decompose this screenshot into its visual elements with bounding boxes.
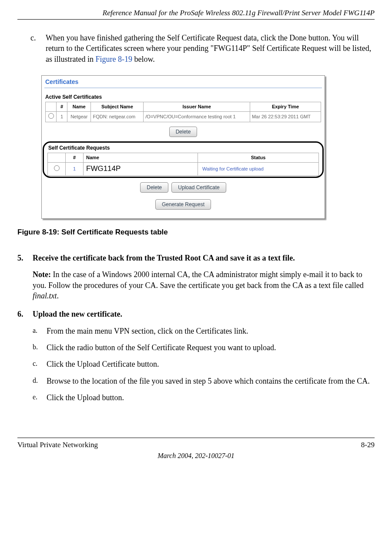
footer-right: 8-29 <box>361 441 375 449</box>
row-issuer: /O=VPNC/OU=Conformance testing root 1 <box>144 111 250 122</box>
sub-marker-b: b. <box>33 342 47 353</box>
sub-text-c: Click the Upload Certificate button. <box>47 359 159 369</box>
cert-radio[interactable] <box>48 113 54 119</box>
active-self-cert-label: Active Self Certificates <box>42 91 325 102</box>
generate-request-button[interactable]: Generate Request <box>155 199 211 210</box>
active-cert-table: # Name Subject Name Issuer Name Expiry T… <box>45 102 321 122</box>
page-footer: Virtual Private Networking 8-29 <box>17 438 375 449</box>
step-6-num: 6. <box>17 309 33 319</box>
list-content: When you have finished gathering the Sel… <box>46 33 375 64</box>
sub-marker-a: a. <box>33 326 47 336</box>
req-radio-cell[interactable] <box>48 162 66 175</box>
text-before-link: When you have finished gathering the Sel… <box>46 33 371 64</box>
req-header-radio <box>48 153 66 163</box>
certificates-screenshot: Certificates Active Self Certificates # … <box>41 75 325 219</box>
upload-certificate-button[interactable]: Upload Certificate <box>171 182 226 193</box>
step-6b: b. Click the radio button of the Self Ce… <box>33 342 375 353</box>
table-row: 1 Netgear FQDN: netgear.com /O=VPNC/OU=C… <box>46 111 321 122</box>
generate-btn-row: Generate Request <box>42 199 325 210</box>
req-row-num: 1 <box>66 162 84 175</box>
header-subject: Subject Name <box>91 102 144 111</box>
footer-center: March 2004, 202-10027-01 <box>17 452 375 460</box>
highlighted-requests-section: Self Certificate Requests # Name Status … <box>43 141 324 178</box>
list-marker: c. <box>30 33 46 64</box>
req-radio[interactable] <box>54 165 60 171</box>
step-6c: c. Click the Upload Certificate button. <box>33 359 375 369</box>
page-header: Reference Manual for the ProSafe Wireles… <box>17 9 375 20</box>
req-row-status: Waiting for Certificate upload <box>198 162 319 175</box>
radio-cell[interactable] <box>46 111 57 122</box>
sub-text-d: Browse to the location of the file you s… <box>47 376 370 386</box>
row-name: Netgear <box>67 111 91 122</box>
header-num: # <box>57 102 67 111</box>
header-issuer: Issuer Name <box>144 102 250 111</box>
note-text: In the case of a Windows 2000 internal C… <box>33 270 364 289</box>
header-radio <box>46 102 57 111</box>
req-header-name: Name <box>84 153 198 163</box>
figure-link[interactable]: Figure 8-19 <box>95 55 132 64</box>
step-6: 6. Upload the new certificate. <box>17 309 375 319</box>
delete-button-2[interactable]: Delete <box>140 182 168 193</box>
row-num: 1 <box>57 111 67 122</box>
req-header-status: Status <box>198 153 319 163</box>
step-6e: e. Click the Upload button. <box>33 392 375 403</box>
step-6-title: Upload the new certificate. <box>33 309 375 319</box>
step-6a: a. From the main menu VPN section, click… <box>33 326 375 336</box>
note-end: . <box>57 291 59 300</box>
requests-table: # Name Status 1 FWG114P Waiting for Cert… <box>47 153 319 176</box>
sub-text-b: Click the radio button of the Self Certi… <box>47 342 276 353</box>
certificates-title: Certificates <box>42 76 325 87</box>
step-5: 5. Receive the certificate back from the… <box>17 253 375 263</box>
sub-marker-c: c. <box>33 359 47 369</box>
upload-btn-row: Delete Upload Certificate <box>42 182 325 193</box>
list-item-c: c. When you have finished gathering the … <box>30 33 375 64</box>
table-row: 1 FWG114P Waiting for Certificate upload <box>48 162 319 175</box>
sub-marker-d: d. <box>33 376 47 386</box>
delete-button[interactable]: Delete <box>169 127 198 137</box>
header-expiry: Expiry Time <box>250 102 321 111</box>
row-subject: FQDN: netgear.com <box>91 111 144 122</box>
note-italic: final.txt <box>33 291 57 300</box>
req-row-name-cell: FWG114P <box>84 162 198 175</box>
sub-marker-e: e. <box>33 392 47 403</box>
step-5-note: Note: In the case of a Windows 2000 inte… <box>33 269 375 301</box>
footer-left: Virtual Private Networking <box>17 441 98 449</box>
text-after-link: below. <box>132 55 155 64</box>
step-5-num: 5. <box>17 253 33 263</box>
req-row-name-overlay: FWG114P <box>86 164 121 173</box>
step-5-title: Receive the certificate back from the Tr… <box>33 253 375 263</box>
header-name: Name <box>67 102 91 111</box>
figure-caption: Figure 8-19: Self Certificate Requests t… <box>17 228 375 238</box>
delete-btn-row: Delete <box>42 127 325 137</box>
title-underline <box>44 87 322 88</box>
req-header-num: # <box>66 153 84 163</box>
row-expiry: Mar 26 22:53:29 2011 GMT <box>250 111 321 122</box>
self-cert-requests-label: Self Certificate Requests <box>45 144 322 153</box>
note-label: Note: <box>33 270 51 279</box>
sub-text-a: From the main menu VPN section, click on… <box>47 326 248 336</box>
sub-text-e: Click the Upload button. <box>47 392 124 403</box>
step-6d: d. Browse to the location of the file yo… <box>33 376 375 386</box>
